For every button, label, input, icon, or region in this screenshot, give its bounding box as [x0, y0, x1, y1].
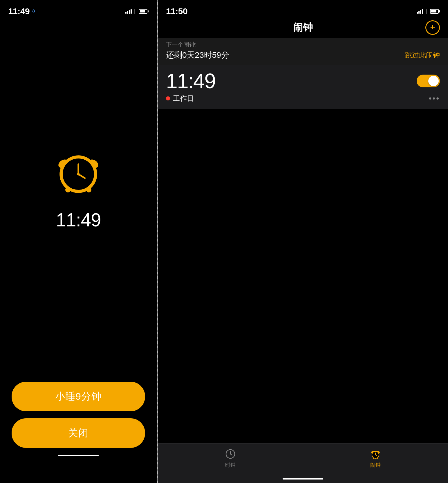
tab-alarm[interactable]: 闹钟	[358, 448, 393, 468]
time-display-left: 11:49	[8, 6, 30, 16]
app-header: 闹钟 +	[158, 17, 448, 38]
battery-icon-right	[430, 9, 440, 14]
alarm-item-top: 11:49	[166, 71, 440, 91]
alarm-list-item: 11:49 工作日 •••	[158, 65, 448, 109]
location-icon: ✈	[32, 8, 36, 15]
time-display-right: 11:50	[166, 6, 187, 16]
next-alarm-row: 还剩0天23时59分 跳过此闹钟	[166, 50, 440, 61]
current-time-left: 11:49	[56, 209, 101, 231]
right-panel: 11:50 ⌊ 闹钟 + 下一个闹钟: 还剩0天23时59分 跳过此闹钟 11:…	[158, 0, 448, 483]
status-icons-right: ⌊	[417, 8, 440, 15]
clock-tab-label: 时钟	[225, 462, 236, 468]
clock-tab-icon	[224, 448, 237, 460]
alarm-time: 11:49	[166, 71, 215, 91]
add-alarm-button[interactable]: +	[425, 20, 440, 35]
alarm-clock-icon	[52, 145, 104, 198]
alarm-toggle[interactable]	[417, 75, 440, 87]
home-indicator-left	[58, 455, 99, 456]
skip-alarm-button[interactable]: 跳过此闹钟	[405, 51, 440, 60]
svg-point-8	[77, 173, 80, 175]
next-alarm-banner: 下一个闹钟: 还剩0天23时59分 跳过此闹钟	[158, 38, 448, 65]
toggle-knob	[428, 76, 439, 86]
signal-icon	[125, 9, 132, 14]
snooze-button[interactable]: 小睡9分钟	[12, 382, 145, 411]
alarm-item-bottom: 工作日 •••	[166, 94, 440, 103]
status-bar-right: 11:50 ⌊	[158, 0, 448, 17]
svg-line-11	[230, 454, 232, 455]
red-dot-icon	[166, 96, 170, 100]
content-area	[158, 109, 448, 443]
left-panel: 11:49 ✈ ⌊	[0, 0, 157, 483]
next-alarm-label: 下一个闹钟:	[166, 41, 440, 48]
home-indicator-right	[283, 478, 323, 480]
wifi-icon-right: ⌊	[425, 8, 428, 15]
next-alarm-time: 还剩0天23时59分	[166, 50, 229, 61]
more-options-button[interactable]: •••	[429, 94, 440, 103]
svg-point-18	[373, 458, 374, 459]
battery-icon	[139, 9, 149, 14]
status-icons-left: ⌊	[125, 8, 149, 15]
tab-clock[interactable]: 时钟	[213, 448, 248, 468]
alarm-tab-label: 闹钟	[370, 462, 381, 468]
alarm-buttons: 小睡9分钟 关闭	[0, 382, 157, 483]
close-button[interactable]: 关闭	[12, 418, 145, 448]
alarm-tab-icon	[369, 448, 382, 460]
wifi-icon: ⌊	[134, 8, 136, 15]
signal-icon-right	[417, 9, 423, 14]
svg-point-19	[377, 458, 378, 459]
clock-container: 11:49	[52, 0, 104, 382]
tab-bar: 时钟 闹钟	[158, 443, 448, 478]
alarm-label-row: 工作日	[166, 94, 194, 103]
alarm-label: 工作日	[173, 94, 194, 103]
plus-icon: +	[430, 23, 435, 32]
app-title: 闹钟	[293, 21, 313, 34]
